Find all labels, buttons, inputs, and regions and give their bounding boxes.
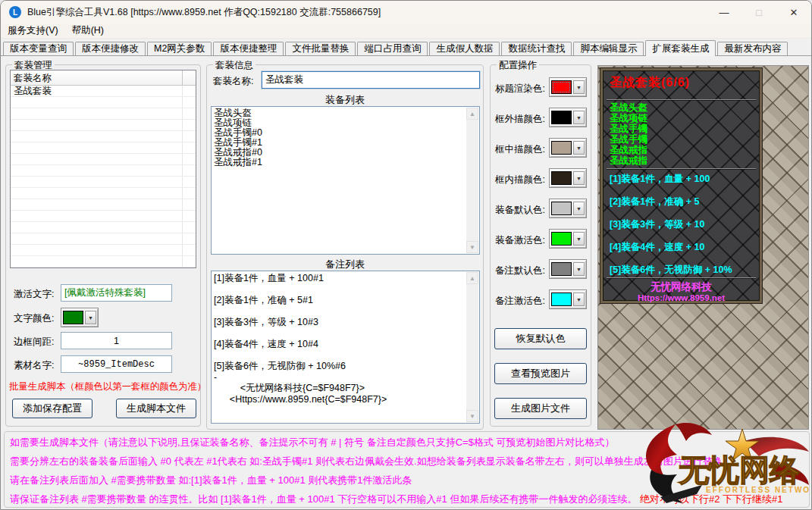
activate-text-input[interactable]: [佩戴激活特殊套装] — [61, 284, 172, 302]
instruction-line-3: 请在备注列表后面加入 #需要携带数量 如:[1]装备1件，血量 + 100#1 … — [10, 474, 806, 487]
window-title: Blue引擎综合工具V1.68 [https://www.8959.net 作者… — [27, 6, 381, 19]
separator — [607, 99, 756, 100]
equipment-list-textarea[interactable]: 圣战头盔 圣战项链 圣战手镯#0 圣战手镯#1 圣战戒指#0 圣战戒指#1 ▲ … — [211, 106, 480, 255]
set-list-body: 圣战套装 — [11, 86, 196, 268]
frame-middle-color-label: 框中描颜色: — [495, 143, 545, 156]
tab-data-statistics-search[interactable]: 数据统计查找 — [501, 42, 572, 55]
border-gap-label: 边框间距: — [14, 336, 54, 349]
frame-outer-color-label: 框外描颜色: — [495, 113, 545, 126]
preview-set-title: 圣战套装(6/6) — [610, 75, 690, 91]
equipment-list-label: 装备列表 — [207, 93, 483, 107]
batch-script-note: 批量生成脚本（框颜色以第一套框的颜色为准） — [9, 380, 206, 393]
set-info-group: 套装信息 套装名称: 圣战套装 装备列表 圣战头盔 圣战项链 圣战手镯#0 圣战… — [206, 64, 484, 430]
frame-inner-color-picker[interactable]: ▼ — [549, 168, 587, 188]
column-divider — [182, 86, 183, 268]
note-active-color-swatch — [551, 293, 572, 306]
text-color-swatch — [63, 311, 83, 324]
tab-script-edit-display[interactable]: 脚本编辑显示 — [573, 42, 644, 55]
chevron-down-icon[interactable]: ▼ — [573, 262, 585, 276]
chevron-down-icon[interactable]: ▼ — [573, 111, 585, 124]
set-list-row[interactable]: 圣战套装 — [11, 86, 196, 97]
window-controls: — □ ✕ — [707, 1, 811, 23]
instruction-line-4: 请保证备注列表 #需要携带数量 的连贯性。比如 [1]装备1件，血量 + 100… — [10, 493, 806, 506]
equip-active-color-picker[interactable]: ▼ — [549, 229, 587, 249]
frame-middle-color-picker[interactable]: ▼ — [549, 138, 587, 158]
close-button[interactable]: ✕ — [776, 1, 811, 23]
notes-list-textarea[interactable]: [1]装备1件，血量 + 100#1 [2]装备1件，准确 + 5#1 [3]装… — [211, 271, 480, 424]
empty-column-header — [183, 70, 196, 85]
title-render-color-picker[interactable]: ▼ — [549, 77, 587, 97]
instruction-line-2: 需要分辨左右的装备装备后面输入 #0 代表左 #1代表右 如:圣战手镯#1 则代… — [10, 455, 806, 468]
scroll-up-icon[interactable]: ▲ — [466, 108, 478, 120]
note-default-color-picker[interactable]: ▼ — [549, 259, 587, 279]
chevron-down-icon[interactable]: ▼ — [573, 141, 585, 155]
tab-m2-gateway-params[interactable]: M2网关参数 — [147, 42, 212, 55]
scroll-down-icon[interactable]: ▼ — [466, 241, 478, 253]
tab-port-usage-query[interactable]: 端口占用查询 — [357, 42, 428, 55]
frame-middle-color-swatch — [551, 141, 572, 155]
set-management-group: 套装管理 套装名称 圣战套装 激活文字: [佩戴激活特殊套装] 文字颜色: ▼ … — [5, 64, 201, 427]
scroll-up-icon[interactable]: ▲ — [466, 272, 478, 284]
chevron-down-icon[interactable]: ▼ — [573, 171, 585, 185]
material-name-input[interactable]: ~8959_ItemDesc — [61, 355, 172, 373]
tab-latest-release[interactable]: 最新发布内容 — [717, 42, 788, 55]
tab-file-batch-replace[interactable]: 文件批量替换 — [285, 42, 356, 55]
chevron-down-icon[interactable]: ▼ — [573, 202, 585, 215]
set-name-column-header[interactable]: 套装名称 — [11, 70, 183, 85]
add-save-config-button[interactable]: 添加保存配置 — [12, 399, 92, 418]
title-render-color-label: 标题渲染色: — [495, 83, 545, 95]
set-list-header[interactable]: 套装名称 — [11, 70, 196, 86]
frame-inner-color-label: 框内描颜色: — [495, 174, 545, 186]
chevron-down-icon[interactable]: ▼ — [573, 232, 585, 246]
config-operations-legend: 配置操作 — [497, 59, 539, 72]
notes-scrollbar[interactable]: ▲ ▼ — [466, 272, 478, 422]
tab-version-quick-modify[interactable]: 版本便捷修改 — [75, 42, 146, 55]
tab-version-quick-organize[interactable]: 版本便捷整理 — [213, 42, 284, 55]
instruction-line-4-warning: 绝对不可以下行#2 下下行继续#1 — [640, 493, 783, 505]
chevron-down-icon[interactable]: ▼ — [573, 293, 585, 306]
tab-extended-set-generation[interactable]: 扩展套装生成 — [645, 40, 716, 56]
preview-footer-brand: 无忧网络科技 — [603, 280, 760, 294]
chevron-down-icon[interactable]: ▼ — [85, 311, 96, 324]
set-list[interactable]: 套装名称 圣战套装 — [10, 70, 196, 268]
equip-default-color-swatch — [551, 202, 572, 215]
scroll-down-icon[interactable]: ▼ — [466, 410, 478, 422]
view-preview-image-button[interactable]: 查看预览图片 — [494, 363, 587, 384]
equip-default-color-label: 装备默认色: — [495, 204, 545, 217]
note-default-color-swatch — [551, 262, 572, 276]
border-gap-input[interactable]: 1 — [61, 332, 172, 349]
text-color-label: 文字颜色: — [14, 312, 54, 325]
menu-help[interactable]: 帮助(H) — [65, 24, 111, 37]
set-name-label: 套装名称: — [213, 75, 253, 88]
app-icon: L — [9, 6, 21, 18]
chevron-down-icon[interactable]: ▼ — [573, 80, 585, 94]
equip-default-color-picker[interactable]: ▼ — [549, 199, 587, 218]
generate-image-file-button[interactable]: 生成图片文件 — [494, 398, 587, 419]
text-color-picker[interactable]: ▼ — [61, 308, 99, 327]
minimize-button[interactable]: — — [707, 1, 741, 23]
generate-script-file-button[interactable]: 生成脚本文件 — [116, 399, 196, 418]
tab-generate-fake-data[interactable]: 生成假人数据 — [429, 42, 500, 55]
app-window: L Blue引擎综合工具V1.68 [https://www.8959.net … — [0, 0, 812, 510]
tab-bar: 版本变量查询 版本便捷修改 M2网关参数 版本便捷整理 文件批量替换 端口占用查… — [1, 41, 811, 56]
restore-default-colors-button[interactable]: 恢复默认色 — [494, 328, 587, 349]
equip-active-color-label: 装备激活色: — [495, 234, 545, 247]
preview-note-list: [1]装备1件，血量 + 100 [2]装备1件，准确 + 5 [3]装备3件，… — [610, 174, 732, 276]
note-active-color-picker[interactable]: ▼ — [549, 289, 587, 309]
equip-active-color-swatch — [551, 232, 572, 246]
notes-list-label: 备注列表 — [207, 258, 483, 271]
note-active-color-label: 备注激活色: — [495, 295, 545, 308]
frame-outer-color-swatch — [551, 111, 572, 124]
material-name-label: 素材名字: — [14, 359, 54, 372]
separator — [607, 277, 756, 278]
maximize-button[interactable]: □ — [741, 1, 776, 23]
preview-footer-url: Https://www.8959.net — [603, 293, 760, 302]
tab-version-variable-query[interactable]: 版本变量查询 — [3, 42, 74, 55]
set-name-input[interactable]: 圣战套装 — [262, 71, 480, 89]
instruction-line-4-main: 请保证备注列表 #需要携带数量 的连贯性。比如 [1]装备1件，血量 + 100… — [10, 493, 637, 505]
title-render-color-swatch — [551, 80, 572, 94]
frame-outer-color-picker[interactable]: ▼ — [549, 108, 587, 127]
activate-text-label: 激活文字: — [14, 288, 54, 301]
equipment-scrollbar[interactable]: ▲ ▼ — [466, 108, 478, 253]
menu-service-support[interactable]: 服务支持(V) — [1, 24, 65, 37]
